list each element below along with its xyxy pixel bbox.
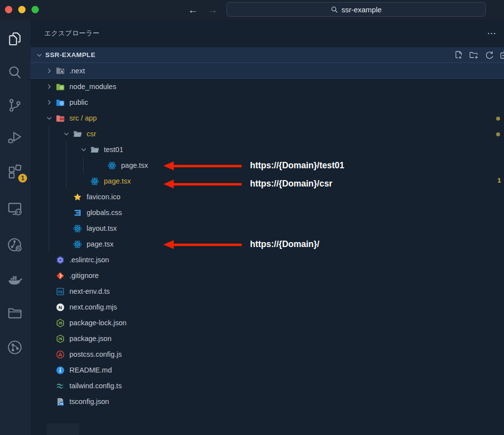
- tree-item-label: .gitignore: [69, 272, 99, 280]
- arrow-shaft: [172, 183, 242, 186]
- tree-item-label: next.config.mjs: [69, 303, 117, 311]
- chevron-right-icon: [43, 66, 55, 76]
- twist-spacer: [95, 160, 107, 170]
- folder-next-icon: N: [55, 66, 65, 76]
- new-file-icon[interactable]: [453, 50, 464, 61]
- tree-folder-csr[interactable]: csr: [31, 126, 504, 142]
- activity-item-run-debug[interactable]: [6, 129, 24, 147]
- activity-bar: 1: [0, 20, 31, 435]
- section-header-ssr-example[interactable]: SSR-EXAMPLE: [31, 47, 504, 63]
- vscode-window: ← → ssr-example 1 エクスプローラー ⋯ SSR-EXAMPLE…: [0, 0, 504, 435]
- new-folder-icon[interactable]: [469, 50, 479, 61]
- tree-file-globals.css[interactable]: globals.css: [31, 205, 504, 220]
- eslint-icon: [55, 255, 65, 265]
- react-icon: [107, 160, 117, 170]
- nodejs-icon: JS: [55, 318, 65, 328]
- folder-node-icon: [55, 82, 65, 92]
- tree-file-package-lock.json[interactable]: JSpackage-lock.json: [31, 315, 504, 331]
- activity-item-source-control[interactable]: [6, 97, 24, 115]
- tree-folder-test01[interactable]: test01: [31, 142, 504, 157]
- back-button[interactable]: ←: [187, 3, 199, 16]
- tree-file-layout.tsx[interactable]: layout.tsx: [31, 220, 504, 236]
- svg-text:JS: JS: [58, 321, 63, 325]
- zoom-button[interactable]: [32, 6, 39, 13]
- tree-file-next-env.d.ts[interactable]: TSnext-env.d.ts: [31, 283, 504, 299]
- tailwind-icon: [55, 381, 65, 391]
- annotation-url: https://{Domain}/csr: [250, 179, 332, 189]
- chevron-down-icon: [61, 129, 72, 139]
- indent-guide: [66, 142, 66, 189]
- tree-item-label: test01: [104, 146, 124, 154]
- docker-icon: [6, 281, 23, 289]
- tree-item-label: .next: [69, 67, 85, 75]
- tree-folder-node-modules[interactable]: node_modules: [31, 79, 504, 94]
- activity-item-project-folder[interactable]: [6, 305, 24, 322]
- folder-app-icon: [55, 113, 65, 123]
- tree-item-label: page.tsx: [87, 240, 114, 248]
- arrow-shaft: [172, 244, 242, 246]
- project-folder-icon: [6, 314, 23, 323]
- tree-item-label: package.json: [69, 335, 111, 342]
- tree-file-next.config.mjs[interactable]: Nnext.config.mjs: [31, 299, 504, 315]
- tree-file-favicon.ico[interactable]: favicon.ico: [31, 189, 504, 205]
- activity-item-git-circle[interactable]: [6, 339, 24, 357]
- activity-item-remote-explorer[interactable]: [6, 200, 24, 218]
- css-icon: [72, 208, 82, 218]
- title-bar: ← → ssr-example: [0, 0, 504, 20]
- tree-item-label: csr: [87, 130, 96, 138]
- search-icon: [6, 74, 23, 82]
- sidebar-title: エクスプローラー: [44, 20, 99, 47]
- tree-item-label: README.md: [69, 366, 112, 374]
- folder-public-icon: [55, 97, 65, 107]
- twist-spacer: [43, 286, 55, 296]
- twist-spacer: [61, 239, 72, 249]
- forward-button[interactable]: →: [206, 3, 219, 16]
- twist-spacer: [43, 318, 55, 328]
- twist-spacer: [43, 365, 55, 375]
- collapse-icon[interactable]: [499, 50, 504, 61]
- search-value: ssr-example: [342, 5, 382, 14]
- svg-text:TS: TS: [58, 289, 63, 294]
- nextjs-icon: N: [55, 302, 65, 312]
- git-circle-icon: [6, 349, 23, 357]
- folder-open-icon: [90, 145, 99, 155]
- tree-item-label: page.tsx: [104, 177, 131, 185]
- tree-folder-.next[interactable]: N.next: [31, 63, 504, 79]
- window-corner-glow: [47, 423, 79, 435]
- tree-file-tailwind.config.ts[interactable]: tailwind.config.ts: [31, 378, 504, 394]
- svg-text:JS: JS: [58, 337, 63, 341]
- sidebar-title-row: エクスプローラー ⋯: [31, 20, 504, 47]
- tree-item-label: tailwind.config.ts: [69, 382, 122, 390]
- more-actions-icon[interactable]: ⋯: [485, 27, 499, 40]
- tree-item-label: page.tsx: [121, 161, 148, 169]
- tree-folder-public[interactable]: public: [31, 94, 504, 110]
- refresh-icon[interactable]: [484, 50, 495, 61]
- twist-spacer: [61, 223, 72, 233]
- chevron-down-icon: [78, 145, 90, 155]
- minimize-button[interactable]: [18, 6, 26, 13]
- close-button[interactable]: [5, 6, 12, 13]
- activity-item-files[interactable]: [6, 31, 24, 48]
- tree-file-readme.md[interactable]: README.md: [31, 362, 504, 378]
- source-control-icon: [6, 107, 23, 115]
- activity-item-docker[interactable]: [6, 271, 24, 289]
- twist-spacer: [43, 381, 55, 391]
- activity-item-commit-graph-search[interactable]: [6, 237, 24, 254]
- readme-icon: [55, 365, 65, 375]
- commit-graph-search-icon: [6, 247, 23, 255]
- tree-file-postcss.config.js[interactable]: postcss.config.js: [31, 346, 504, 362]
- tree-file-tsconfig.json[interactable]: TStsconfig.json: [31, 394, 504, 409]
- section-label: SSR-EXAMPLE: [45, 51, 95, 59]
- svg-text:TS: TS: [60, 402, 63, 405]
- svg-text:N: N: [59, 304, 62, 310]
- git-modified-dot: [496, 132, 500, 136]
- tree-file-package.json[interactable]: JSpackage.json: [31, 331, 504, 346]
- command-center-search[interactable]: ssr-example: [226, 2, 486, 17]
- search-icon: [331, 6, 338, 13]
- tree-file-.eslintrc.json[interactable]: .eslintrc.json: [31, 252, 504, 268]
- tree-item-label: node_modules: [69, 83, 116, 91]
- tree-folder-src-app[interactable]: src / app: [31, 110, 504, 126]
- activity-item-extensions[interactable]: 1: [6, 163, 24, 181]
- tree-file-.gitignore[interactable]: .gitignore: [31, 268, 504, 283]
- activity-item-search[interactable]: [6, 64, 24, 82]
